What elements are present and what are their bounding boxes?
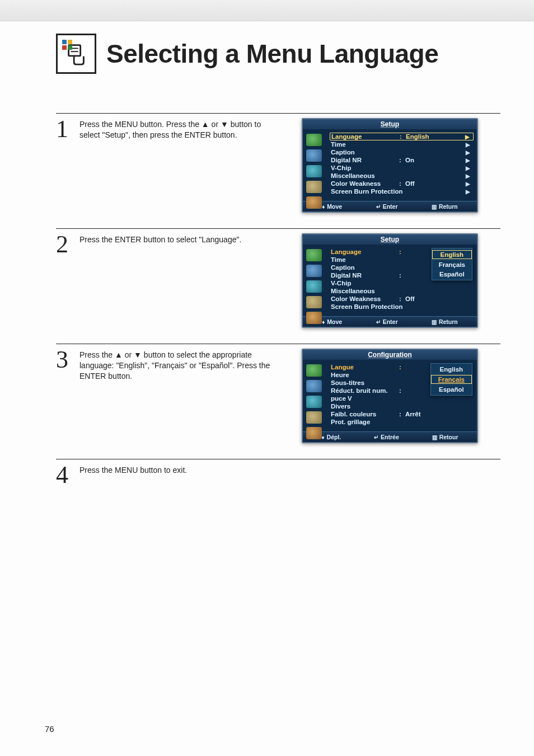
arrow-right-icon: ▶ xyxy=(466,142,470,148)
page-number: 76 xyxy=(45,724,54,734)
osd-row: Color Weakness: Off▶ xyxy=(330,180,474,187)
osd-title: Setup xyxy=(303,119,477,129)
osd-title: Setup xyxy=(303,234,477,245)
osd-footer: ♦Move ↵Enter ▥Return xyxy=(303,316,477,327)
osd-icon xyxy=(306,427,322,439)
osd-icon xyxy=(306,380,322,392)
arrow-right-icon: ▶ xyxy=(466,173,470,179)
osd-row: V-Chip xyxy=(330,279,474,287)
step-text: Press the ENTER button to select "Langua… xyxy=(79,233,281,245)
osd-icon xyxy=(306,411,322,424)
osd-icon xyxy=(306,181,322,193)
updown-icon: ♦ xyxy=(322,204,325,210)
language-option: Français xyxy=(432,261,472,269)
osd-icon xyxy=(306,249,322,261)
osd-icon xyxy=(306,296,322,308)
osd-icon xyxy=(306,364,322,377)
osd-row: Digital NR: On▶ xyxy=(330,156,474,164)
osd-row: Time▶ xyxy=(330,140,474,148)
osd-row: V-Chip▶ xyxy=(330,164,474,172)
osd-screenshot-1: Setup Language : English ▶ xyxy=(302,118,478,213)
arrow-right-icon: ▶ xyxy=(466,181,470,187)
step-3: 3 Press the ▲ or ▼ button to select the … xyxy=(56,344,500,443)
osd-row: Faibl. couleurs: Arrêt xyxy=(330,410,474,418)
osd-icon xyxy=(306,280,322,293)
osd-row: Prot. grillage xyxy=(330,418,474,426)
osd-icon xyxy=(306,134,322,146)
step-text: Press the MENU button. Press the ▲ or ▼ … xyxy=(79,118,281,140)
osd-row: Miscellaneous▶ xyxy=(330,172,474,180)
return-icon: ▥ xyxy=(432,204,437,210)
enter-icon: ↵ xyxy=(374,434,378,440)
step-text: Press the ▲ or ▼ button to select the ap… xyxy=(79,349,281,382)
osd-sidebar-icons xyxy=(306,249,322,324)
osd-icon xyxy=(306,396,322,408)
language-dropdown: English Français Español xyxy=(432,248,472,280)
language-option: English xyxy=(432,250,472,259)
osd-screenshot-2: Setup Language: Time Caption Digital NR:… xyxy=(302,233,478,328)
language-option: Español xyxy=(432,270,472,278)
step-1: 1 Press the MENU button. Press the ▲ or … xyxy=(56,113,500,213)
arrow-right-icon: ▶ xyxy=(465,134,470,140)
steps-container: 1 Press the MENU button. Press the ▲ or … xyxy=(56,113,500,486)
osd-title: Configuration xyxy=(303,350,477,360)
step-number: 3 xyxy=(56,349,73,371)
step-2: 2 Press the ENTER button to select "Lang… xyxy=(56,228,500,328)
osd-icon xyxy=(306,265,322,277)
osd-icon xyxy=(306,149,322,162)
language-section-icon xyxy=(56,34,96,74)
language-option: Español xyxy=(431,386,472,393)
arrow-right-icon: ▶ xyxy=(466,157,470,163)
osd-row: Caption▶ xyxy=(330,148,474,156)
step-4: 4 Press the MENU button to exit. xyxy=(56,459,500,486)
osd-row: Divers xyxy=(330,402,474,410)
updown-icon: ♦ xyxy=(322,319,325,325)
osd-sidebar-icons xyxy=(306,134,322,209)
language-option: Français xyxy=(431,375,472,384)
language-option: English xyxy=(431,365,472,373)
osd-icon xyxy=(306,312,322,324)
updown-icon: ♦ xyxy=(321,434,324,440)
arrow-right-icon: ▶ xyxy=(466,165,470,171)
osd-icon xyxy=(306,196,322,209)
step-text: Press the MENU button to exit. xyxy=(79,464,281,476)
osd-footer: ♦Move ↵Enter ▥Return xyxy=(303,201,477,212)
step-number: 1 xyxy=(56,118,73,140)
enter-icon: ↵ xyxy=(376,319,381,325)
osd-row: puce V xyxy=(330,395,474,402)
page-title: Selecting a Menu Language xyxy=(106,39,438,69)
osd-footer: ♦Dépl. ↵Entrée ▥Retour xyxy=(303,431,477,442)
page-top-gradient xyxy=(0,0,534,21)
osd-row: Screen Burn Protection▶ xyxy=(330,187,474,195)
osd-screenshot-3: Configuration Langue: Heure Sous-titres … xyxy=(302,349,478,443)
return-icon: ▥ xyxy=(432,319,437,325)
osd-row-language: Language : English ▶ xyxy=(330,133,474,140)
arrow-right-icon: ▶ xyxy=(466,149,470,156)
osd-row: Screen Burn Protection xyxy=(330,303,474,311)
enter-icon: ↵ xyxy=(376,204,381,210)
page-heading: Selecting a Menu Language xyxy=(56,34,500,74)
return-icon: ▥ xyxy=(432,434,437,440)
osd-sidebar-icons xyxy=(306,364,322,439)
step-number: 2 xyxy=(56,233,73,256)
arrow-right-icon: ▶ xyxy=(466,189,470,195)
language-dropdown: English Français Español xyxy=(430,363,472,396)
osd-row: Color Weakness: Off xyxy=(330,295,474,303)
step-number: 4 xyxy=(56,464,73,486)
osd-icon xyxy=(306,165,322,177)
osd-row: Miscellaneous xyxy=(330,287,474,295)
